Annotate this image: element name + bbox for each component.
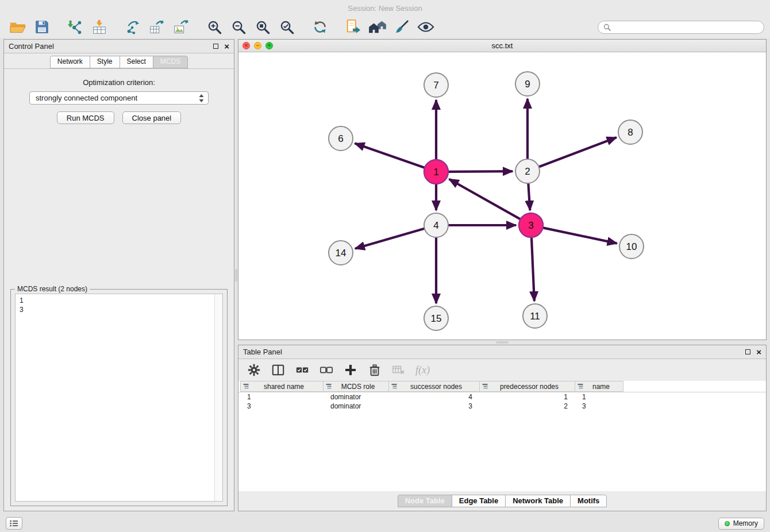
table-cell-successor-nodes[interactable]: 4 [389, 392, 480, 402]
horizontal-splitter[interactable] [238, 340, 767, 345]
table-settings-button[interactable] [247, 363, 261, 377]
split-columns-icon [271, 363, 285, 377]
result-scrollbar[interactable] [214, 294, 222, 501]
control-panel-header: Control Panel × [4, 40, 234, 53]
zoom-fit-button[interactable] [251, 17, 275, 37]
window-minimize-button[interactable]: − [254, 42, 261, 49]
zoom-in-button[interactable] [202, 17, 226, 37]
graph-node-1[interactable]: 1 [424, 160, 448, 184]
graph-node-2[interactable]: 2 [515, 159, 540, 183]
graph-edge-3-11[interactable] [532, 237, 534, 301]
control-panel-tab-mcds[interactable]: MCDS [153, 56, 188, 68]
table-cell-mcds-role[interactable]: dominator [324, 402, 389, 411]
graph-node-8[interactable]: 8 [618, 120, 642, 144]
column-header-mcds-role[interactable]: MCDS role [324, 381, 389, 392]
table-cell-predecessor-nodes[interactable]: 2 [480, 402, 575, 411]
table-cell-predecessor-nodes[interactable]: 1 [480, 392, 575, 402]
graph-edge-2-8[interactable] [539, 137, 617, 167]
column-header-successor-nodes[interactable]: successor nodes [389, 381, 480, 392]
float-table-panel-icon[interactable] [745, 349, 750, 354]
import-table-button[interactable] [87, 17, 111, 37]
add-row-button[interactable] [343, 363, 358, 377]
table-row[interactable]: 1dominator411 [238, 392, 766, 402]
column-header-name[interactable]: name [575, 381, 623, 392]
window-close-button[interactable]: × [242, 42, 250, 49]
refresh-layout-button[interactable] [308, 17, 332, 37]
graph-node-6[interactable]: 6 [329, 126, 353, 151]
table-tab-edge-table[interactable]: Edge Table [452, 495, 506, 507]
unselect-all-button[interactable] [319, 363, 334, 377]
run-mcds-button[interactable]: Run MCDS [57, 111, 114, 124]
table-cell-shared-name[interactable]: 3 [240, 402, 324, 411]
close-panel-button[interactable]: Close panel [122, 111, 182, 124]
open-file-button[interactable] [6, 17, 30, 37]
select-all-button[interactable] [295, 363, 310, 377]
table-tab-motifs[interactable]: Motifs [570, 495, 607, 507]
graph-node-7[interactable]: 7 [424, 73, 448, 97]
search-input[interactable] [614, 23, 759, 32]
zoom-selected-button[interactable] [275, 17, 299, 37]
window-zoom-button[interactable]: + [265, 42, 273, 49]
delete-table-button[interactable] [391, 363, 406, 377]
graph-edge-1-6[interactable] [355, 144, 425, 168]
export-table-button[interactable] [145, 17, 169, 37]
graph-node-9[interactable]: 9 [515, 72, 540, 96]
graph-node-4[interactable]: 4 [424, 213, 448, 237]
search-field[interactable] [598, 21, 764, 34]
network-canvas[interactable]: 7968124314101511 [238, 52, 766, 340]
save-session-button[interactable] [30, 17, 54, 37]
gear-icon [247, 363, 261, 377]
network-graph[interactable]: 7968124314101511 [238, 52, 766, 340]
app-window: Session: New Session [0, 0, 770, 532]
graph-edge-3-10[interactable] [543, 228, 617, 243]
delete-row-button[interactable] [367, 363, 382, 377]
graph-edge-1-2[interactable] [448, 171, 513, 172]
control-panel-tab-network[interactable]: Network [50, 56, 90, 68]
graph-edge-3-1[interactable] [449, 179, 521, 219]
graph-node-3[interactable]: 3 [519, 213, 543, 237]
table-cell-name[interactable]: 3 [575, 402, 623, 411]
table-row[interactable]: 3dominator323 [238, 402, 766, 411]
svg-text:14: 14 [336, 248, 346, 259]
home-first-neighbors-button[interactable] [365, 17, 390, 37]
task-history-button[interactable] [6, 517, 22, 530]
export-network-button[interactable] [121, 17, 145, 37]
table-tab-node-table[interactable]: Node Table [398, 495, 452, 507]
control-panel-tab-select[interactable]: Select [120, 56, 153, 68]
optimization-dropdown[interactable]: strongly connected component [29, 91, 209, 105]
close-table-panel-icon[interactable]: × [756, 349, 761, 356]
table-cell-mcds-role[interactable]: dominator [324, 392, 389, 402]
column-header-predecessor-nodes[interactable]: predecessor nodes [480, 381, 575, 392]
dropdown-stepper-icon [198, 94, 205, 103]
float-panel-icon[interactable] [213, 44, 218, 49]
close-control-panel-icon[interactable]: × [224, 43, 229, 50]
graph-node-15[interactable]: 15 [424, 306, 448, 330]
table-cell-name[interactable]: 1 [575, 392, 623, 402]
function-builder-icon[interactable]: f(x) [415, 364, 430, 376]
network-window-titlebar[interactable]: × − + scc.txt [238, 40, 766, 52]
memory-button[interactable]: Memory [718, 518, 764, 530]
main-toolbar [0, 16, 770, 38]
save-icon [34, 20, 49, 34]
graph-edge-4-14[interactable] [355, 229, 425, 249]
table-cell-successor-nodes[interactable]: 3 [389, 402, 480, 411]
mcds-buttons-row: Run MCDS Close panel [57, 111, 181, 124]
column-header-shared-name[interactable]: shared name [240, 381, 324, 392]
apply-style-button[interactable] [390, 17, 414, 37]
show-hide-button[interactable] [414, 17, 438, 37]
control-panel-tab-style[interactable]: Style [90, 56, 120, 68]
vertical-splitter[interactable] [234, 39, 238, 511]
graph-node-14[interactable]: 14 [329, 241, 353, 265]
graph-edge-2-3[interactable] [528, 183, 530, 210]
table-cell-shared-name[interactable]: 1 [240, 392, 324, 402]
copy-view-button[interactable] [341, 17, 365, 37]
export-image-button[interactable] [169, 17, 193, 37]
import-network-button[interactable] [63, 17, 87, 37]
split-columns-button[interactable] [271, 363, 286, 377]
graph-node-11[interactable]: 11 [523, 304, 547, 328]
graph-node-10[interactable]: 10 [619, 234, 644, 259]
zoom-out-button[interactable] [226, 17, 251, 37]
home-icon [368, 20, 387, 34]
table-tab-network-table[interactable]: Network Table [505, 495, 571, 507]
table-panel: Table Panel × [238, 345, 767, 511]
